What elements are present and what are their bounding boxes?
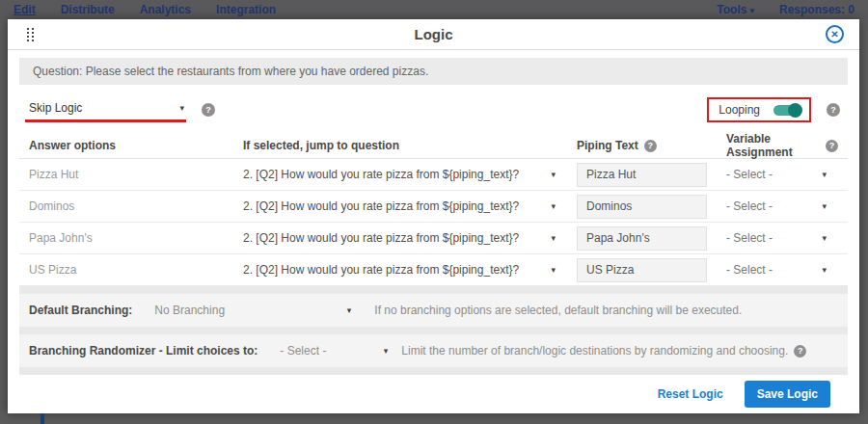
logic-type-select[interactable]: Skip Logic ▾ <box>27 99 186 120</box>
help-icon[interactable]: ? <box>826 140 838 152</box>
table-row: US Pizza 2. [Q2] How would you rate pizz… <box>19 254 848 286</box>
variable-assignment-value: - Select - <box>726 168 773 181</box>
toggle-knob-icon <box>788 103 802 118</box>
column-header-variable: Variable Assignment? <box>726 132 838 159</box>
default-branching-section: Default Branching: No Branching ▾ If no … <box>19 294 848 327</box>
jump-question-value: 2. [Q2] How would you rate pizza from ${… <box>243 168 519 181</box>
variable-assignment-value: - Select - <box>726 263 773 277</box>
default-branching-description: If no branching options are selected, de… <box>374 304 742 317</box>
drag-handle-icon[interactable] <box>27 28 29 30</box>
modal-header: Logic ✕ <box>8 19 859 50</box>
variable-assignment-select[interactable]: - Select -▾ <box>726 231 838 245</box>
help-icon[interactable]: ? <box>644 140 657 152</box>
chevron-down-icon: ▾ <box>551 170 556 179</box>
answer-option-label: Dominos <box>29 199 243 213</box>
column-header-piping: Piping Text? <box>577 139 726 152</box>
looping-toggle[interactable] <box>773 105 800 116</box>
jump-question-select[interactable]: 2. [Q2] How would you rate pizza from ${… <box>243 199 577 213</box>
nav-tabs: Edit Distribute Analytics Integration <box>14 3 276 16</box>
responses-count[interactable]: Responses: 0 <box>779 3 854 16</box>
chevron-down-icon: ▾ <box>822 201 827 211</box>
chevron-down-icon: ▾ <box>551 265 556 275</box>
tools-menu[interactable]: Tools▾ <box>717 3 754 16</box>
branching-randomizer-section: Branching Randomizer - Limit choices to:… <box>19 334 848 367</box>
close-icon[interactable]: ✕ <box>826 25 844 43</box>
nav-tab-integration[interactable]: Integration <box>216 3 276 16</box>
table-row: Pizza Hut 2. [Q2] How would you rate piz… <box>19 159 848 191</box>
question-banner: Question: Please select the restaurants … <box>19 58 848 85</box>
answer-option-label: Pizza Hut <box>29 168 243 181</box>
randomizer-label: Branching Randomizer - Limit choices to: <box>29 344 258 358</box>
save-logic-button[interactable]: Save Logic <box>745 381 830 408</box>
column-header-variable-label: Variable Assignment <box>726 132 820 159</box>
piping-text-input[interactable] <box>577 163 707 187</box>
modal-title: Logic <box>8 26 859 42</box>
piping-text-input[interactable] <box>577 258 707 282</box>
variable-assignment-select[interactable]: - Select -▾ <box>726 263 838 277</box>
looping-label: Looping <box>719 103 760 117</box>
variable-assignment-value: - Select - <box>726 199 773 213</box>
column-header-answer: Answer options <box>29 139 243 152</box>
chevron-down-icon: ▾ <box>179 103 184 113</box>
annotation-box: Looping <box>707 97 811 122</box>
chevron-down-icon: ▾ <box>384 346 389 356</box>
tools-menu-label: Tools <box>717 3 746 16</box>
jump-question-select[interactable]: 2. [Q2] How would you rate pizza from ${… <box>243 168 577 181</box>
top-nav-bar: Edit Distribute Analytics Integration To… <box>0 0 868 19</box>
backdrop-blue-mark <box>41 413 44 424</box>
jump-question-value: 2. [Q2] How would you rate pizza from ${… <box>243 199 519 213</box>
chevron-down-icon: ▾ <box>749 6 754 15</box>
randomizer-value: - Select - <box>280 344 326 358</box>
randomizer-description-text: Limit the number of branch/logic destina… <box>401 344 788 358</box>
modal-footer: Reset Logic Save Logic <box>19 375 848 413</box>
logic-type-value: Skip Logic <box>29 101 82 115</box>
column-header-piping-label: Piping Text <box>577 139 638 152</box>
chevron-down-icon: ▾ <box>822 233 827 243</box>
help-icon[interactable]: ? <box>794 345 806 358</box>
randomizer-description: Limit the number of branch/logic destina… <box>401 344 806 358</box>
default-branching-value: No Branching <box>154 304 225 317</box>
nav-tab-analytics[interactable]: Analytics <box>140 3 191 16</box>
reset-logic-button[interactable]: Reset Logic <box>658 387 723 401</box>
chevron-down-icon: ▾ <box>551 201 556 211</box>
variable-assignment-select[interactable]: - Select -▾ <box>726 199 838 213</box>
jump-question-select[interactable]: 2. [Q2] How would you rate pizza from ${… <box>243 263 577 277</box>
nav-tab-distribute[interactable]: Distribute <box>61 3 115 16</box>
piping-text-input[interactable] <box>577 226 707 251</box>
chevron-down-icon: ▾ <box>822 170 827 179</box>
answer-option-label: US Pizza <box>29 263 243 277</box>
randomizer-select[interactable]: - Select - ▾ <box>280 344 388 358</box>
chevron-down-icon: ▾ <box>551 233 556 243</box>
column-header-jump: If selected, jump to question <box>243 139 577 152</box>
default-branching-select[interactable]: No Branching ▾ <box>154 304 351 317</box>
nav-tab-edit[interactable]: Edit <box>14 3 36 16</box>
table-header-row: Answer options If selected, jump to ques… <box>19 132 848 159</box>
chevron-down-icon: ▾ <box>347 305 352 315</box>
jump-question-value: 2. [Q2] How would you rate pizza from ${… <box>243 263 519 277</box>
default-branching-label: Default Branching: <box>29 304 132 317</box>
table-row: Dominos 2. [Q2] How would you rate pizza… <box>19 191 848 223</box>
table-row: Papa John's 2. [Q2] How would you rate p… <box>19 223 848 254</box>
piping-text-input[interactable] <box>577 195 707 219</box>
help-icon[interactable]: ? <box>202 103 215 117</box>
variable-assignment-value: - Select - <box>726 231 773 245</box>
answer-option-label: Papa John's <box>29 231 243 245</box>
branching-table: Answer options If selected, jump to ques… <box>19 132 848 286</box>
chevron-down-icon: ▾ <box>822 265 827 275</box>
annotation-underline <box>25 119 186 122</box>
jump-question-select[interactable]: 2. [Q2] How would you rate pizza from ${… <box>243 231 577 245</box>
variable-assignment-select[interactable]: - Select -▾ <box>726 168 838 181</box>
logic-modal: Logic ✕ Question: Please select the rest… <box>8 19 859 413</box>
help-icon[interactable]: ? <box>827 103 840 117</box>
jump-question-value: 2. [Q2] How would you rate pizza from ${… <box>243 231 519 245</box>
